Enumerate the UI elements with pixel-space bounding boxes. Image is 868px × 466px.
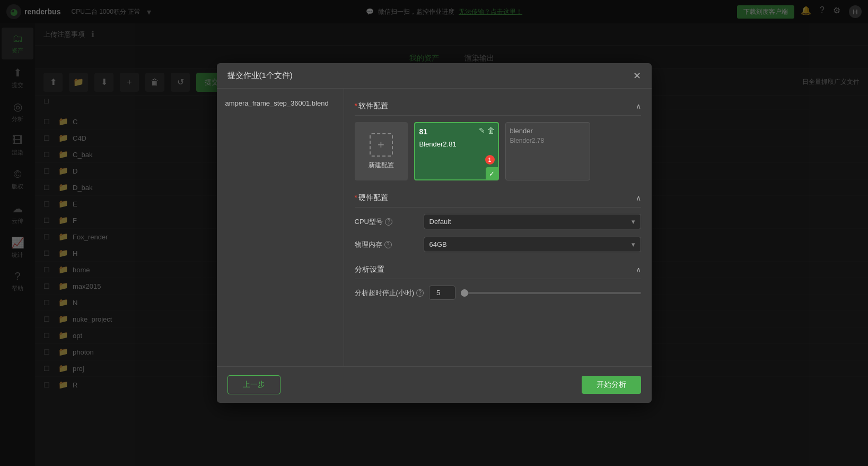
submit-modal: 提交作业(1个文件) ✕ ampera_frame_step_36001.ble…: [217, 63, 652, 403]
cpu-row: CPU型号 ? Default ▾: [355, 214, 641, 229]
prev-button[interactable]: 上一步: [227, 375, 280, 394]
modal-footer: 上一步 开始分析: [217, 366, 652, 403]
modal-file-panel: ampera_frame_step_36001.blend: [217, 89, 344, 366]
memory-row: 物理内存 ? 64GB ▾: [355, 237, 641, 252]
timeout-input[interactable]: [429, 286, 455, 300]
config-card-check: ✓: [486, 167, 498, 180]
software-section-title: 软件配置: [355, 101, 388, 111]
modal-title: 提交作业(1个文件): [227, 71, 293, 81]
modal-header: 提交作业(1个文件) ✕: [217, 63, 652, 89]
software-collapse-button[interactable]: ∧: [636, 102, 641, 110]
software-section-header: 软件配置 ∧: [355, 97, 641, 116]
memory-help-icon[interactable]: ?: [384, 241, 392, 248]
slider-thumb: [461, 289, 468, 297]
analysis-timeout-label: 分析超时停止(小时) ?: [355, 288, 424, 298]
modal-config-panel: 软件配置 ∧ + 新建配置 81: [344, 89, 652, 366]
memory-value: 64GB: [429, 240, 447, 248]
selected-config-card[interactable]: 81 ✎ 🗑 Blender2.81 1 ✓: [414, 122, 499, 180]
new-config-plus-icon: +: [370, 133, 393, 157]
analysis-section-title: 分析设置: [355, 265, 384, 274]
alt-config-title: blender: [510, 127, 585, 135]
new-config-label: 新建配置: [369, 161, 394, 170]
config-card-actions: ✎ 🗑: [479, 126, 495, 135]
new-config-card[interactable]: + 新建配置: [355, 122, 408, 180]
software-cards: + 新建配置 81 ✎ 🗑 Blender2.81: [355, 122, 641, 180]
modal-body: ampera_frame_step_36001.blend 软件配置 ∧ +: [217, 89, 652, 366]
modal-overlay: 提交作业(1个文件) ✕ ampera_frame_step_36001.ble…: [0, 0, 868, 466]
cpu-select-arrow: ▾: [632, 218, 635, 226]
cpu-value: Default: [429, 218, 451, 226]
start-analysis-button[interactable]: 开始分析: [582, 376, 641, 394]
timeout-help-icon[interactable]: ?: [416, 289, 424, 297]
memory-label: 物理内存 ?: [355, 240, 424, 249]
analysis-section: 分析设置 ∧ 分析超时停止(小时) ?: [355, 261, 641, 300]
modal-file-name: ampera_frame_step_36001.blend: [225, 99, 335, 107]
delete-config-button[interactable]: 🗑: [487, 126, 495, 135]
analysis-row: 分析超时停止(小时) ?: [355, 286, 641, 300]
config-card-badge: 1: [485, 155, 495, 165]
cpu-label: CPU型号 ?: [355, 217, 424, 227]
hardware-collapse-button[interactable]: ∧: [636, 194, 641, 202]
edit-config-button[interactable]: ✎: [479, 126, 485, 135]
hardware-section: 硬件配置 ∧ CPU型号 ? Default ▾: [355, 189, 641, 252]
analysis-section-header: 分析设置 ∧: [355, 261, 641, 279]
hardware-section-header: 硬件配置 ∧: [355, 189, 641, 208]
memory-select-arrow: ▾: [632, 240, 635, 248]
memory-select[interactable]: 64GB ▾: [424, 237, 641, 252]
alt-config-card[interactable]: blender Blender2.78: [505, 122, 590, 180]
alt-config-sub: Blender2.78: [510, 137, 585, 144]
modal-close-button[interactable]: ✕: [633, 71, 641, 81]
cpu-help-icon[interactable]: ?: [385, 218, 392, 226]
analysis-collapse-button[interactable]: ∧: [636, 265, 641, 274]
cpu-select[interactable]: Default ▾: [424, 214, 641, 229]
config-card-name: Blender2.81: [419, 140, 494, 148]
software-section: 软件配置 ∧ + 新建配置 81: [355, 97, 641, 180]
analysis-slider[interactable]: [461, 292, 641, 294]
hardware-section-title: 硬件配置: [355, 193, 388, 203]
